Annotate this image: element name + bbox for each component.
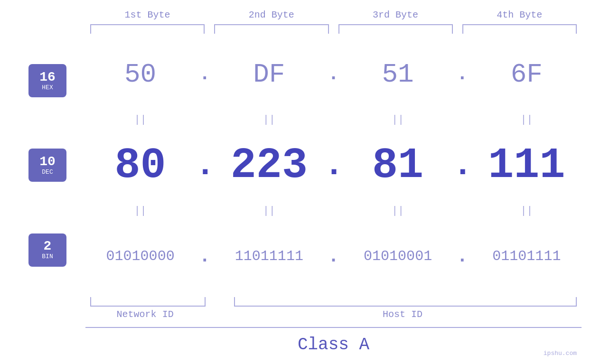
byte-label-3: 3rd Byte [334,9,458,20]
dec-val-1: 80 [85,141,195,190]
hex-row: 50 . DF . 51 . 6F [85,38,582,111]
top-bracket-4 [462,24,577,34]
dec-row: 80 . 223 . 81 . 111 [85,130,582,202]
top-bracket-2 [214,24,328,34]
eq1-3: || [343,114,453,126]
bin-dot-2: . [324,246,343,267]
bin-val-4: 01101111 [472,248,582,264]
bin-dot-3: . [453,246,472,267]
equals-row-2: || || || || [85,201,582,220]
bin-badge: 2 BIN [28,233,66,267]
hex-val-4: 6F [472,59,582,90]
bin-val-3: 01010001 [343,248,453,264]
class-label: Class A [298,335,369,355]
eq2-4: || [472,205,582,217]
byte-label-1: 1st Byte [85,9,209,20]
dec-dot-2: . [324,147,343,184]
hex-badge: 16 HEX [28,64,66,97]
bin-val-1: 01010000 [85,248,195,264]
eq1-1: || [85,114,195,126]
content-area: 16 HEX 10 DEC 2 BIN 50 . DF . 51 . 6F [28,38,582,292]
equals-row-1: || || || || [85,111,582,130]
label-spacer-1 [205,309,224,320]
dec-number: 10 [39,155,56,168]
byte-label-4: 4th Byte [458,9,582,20]
dec-dot-1: . [195,147,214,184]
bin-number: 2 [44,240,52,253]
eq2-2: || [214,205,324,217]
hex-val-2: DF [214,59,324,90]
eq2-1: || [85,205,195,217]
values-grid: 50 . DF . 51 . 6F || || || || 80 [85,38,582,292]
watermark: ipshu.com [544,350,577,357]
dec-dot-3: . [453,147,472,184]
top-bracket-1 [90,24,205,34]
bracket-spacer-1 [210,297,229,307]
top-bracket-3 [338,24,453,34]
network-id-label: Network ID [85,309,205,320]
hex-dot-1: . [195,64,214,85]
bottom-bracket-network [90,297,206,307]
dec-badge: 10 DEC [28,149,66,182]
hex-dot-2: . [324,64,343,85]
hex-dot-3: . [453,64,472,85]
hex-name: HEX [42,84,53,91]
bin-row: 01010000 . 11011111 . 01010001 . 0110111… [85,220,582,292]
hex-val-3: 51 [343,59,453,90]
host-id-label: Host ID [224,309,582,320]
left-labels: 16 HEX 10 DEC 2 BIN [28,38,85,292]
eq1-2: || [214,114,324,126]
bottom-section: Network ID Host ID Class A ipshu.com [28,297,582,355]
dec-val-3: 81 [343,141,453,190]
hex-number: 16 [39,71,56,84]
class-section: Class A ipshu.com [85,327,582,355]
eq2-3: || [343,205,453,217]
dec-val-4: 111 [472,141,582,190]
dec-val-2: 223 [214,141,324,190]
bottom-bracket-host [234,297,577,307]
main-container: 1st Byte 2nd Byte 3rd Byte 4th Byte 16 H… [0,0,610,364]
dec-name: DEC [42,168,53,176]
bin-dot-1: . [195,246,214,267]
eq1-4: || [472,114,582,126]
bin-val-2: 11011111 [214,248,324,264]
bin-name: BIN [42,253,53,260]
hex-val-1: 50 [85,59,195,90]
byte-label-2: 2nd Byte [209,9,333,20]
